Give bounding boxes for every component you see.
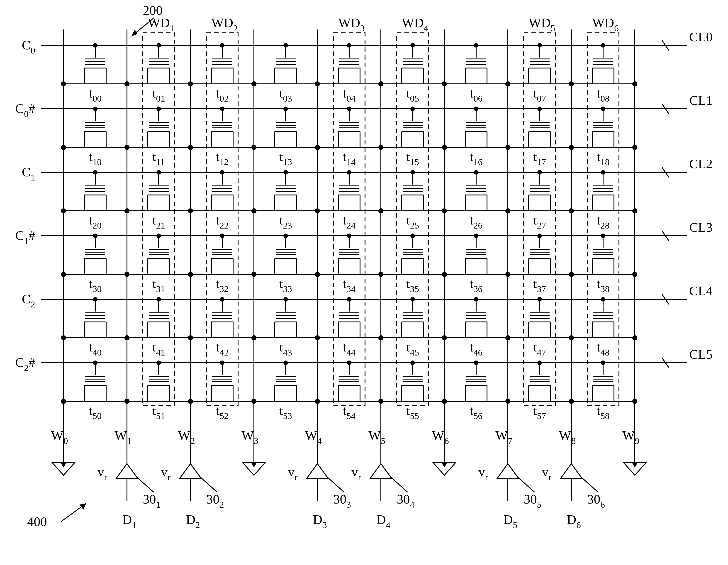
svg-text:306: 306	[587, 492, 605, 510]
svg-point-126	[505, 81, 510, 86]
svg-point-203	[378, 145, 383, 150]
svg-point-423	[505, 272, 510, 277]
svg-text:301: 301	[143, 492, 161, 510]
svg-text:t06: t06	[470, 86, 482, 104]
svg-text:t28: t28	[597, 213, 609, 231]
svg-point-104	[378, 81, 383, 86]
svg-line-677	[200, 477, 217, 492]
svg-point-636	[61, 145, 66, 150]
svg-text:t10: t10	[89, 149, 102, 167]
svg-text:vr: vr	[542, 464, 551, 482]
svg-text:D3: D3	[313, 512, 327, 530]
svg-point-258	[124, 208, 129, 213]
svg-text:t31: t31	[152, 276, 165, 294]
svg-text:t56: t56	[470, 403, 482, 421]
svg-text:C0#: C0#	[15, 101, 35, 119]
svg-text:t35: t35	[406, 276, 419, 294]
svg-line-697	[390, 477, 408, 492]
svg-text:t26: t26	[470, 213, 482, 231]
svg-text:t04: t04	[343, 86, 355, 104]
svg-text:t13: t13	[279, 149, 292, 167]
svg-point-390	[315, 272, 320, 277]
svg-point-71	[188, 81, 193, 86]
svg-text:t37: t37	[533, 276, 546, 294]
svg-marker-660	[131, 29, 137, 36]
svg-text:t25: t25	[406, 213, 419, 231]
circuit-diagram: CL0CL1CL2CL3CL4CL5C0C0#C1C1#C2C2#t00t01t…	[0, 0, 728, 565]
svg-point-610	[442, 399, 447, 404]
svg-point-637	[632, 145, 637, 150]
svg-line-689	[327, 477, 344, 492]
svg-text:t00: t00	[89, 86, 102, 104]
svg-point-599	[378, 399, 383, 404]
svg-text:C2: C2	[22, 292, 35, 309]
svg-text:t47: t47	[533, 340, 546, 358]
svg-point-291	[315, 208, 320, 213]
svg-point-644	[61, 399, 66, 404]
svg-point-511	[442, 335, 447, 340]
svg-text:t08: t08	[597, 86, 609, 104]
svg-point-412	[442, 272, 447, 277]
svg-text:CL1: CL1	[689, 93, 713, 108]
svg-text:D5: D5	[503, 512, 517, 530]
svg-line-709	[517, 477, 535, 492]
svg-text:t11: t11	[152, 149, 165, 167]
svg-text:D1: D1	[122, 512, 136, 530]
svg-point-181	[251, 145, 256, 150]
svg-text:t32: t32	[216, 276, 229, 294]
svg-point-170	[188, 145, 193, 150]
svg-text:CL5: CL5	[689, 347, 713, 362]
svg-text:C2#: C2#	[15, 355, 35, 373]
svg-text:t44: t44	[343, 340, 355, 358]
svg-text:WD1: WD1	[148, 15, 174, 33]
svg-line-669	[136, 477, 154, 492]
svg-marker-667	[116, 464, 138, 479]
svg-point-214	[442, 145, 447, 150]
svg-point-434	[569, 272, 574, 277]
svg-text:t23: t23	[279, 213, 292, 231]
svg-text:W9: W9	[622, 428, 639, 446]
svg-text:t42: t42	[216, 340, 229, 358]
svg-text:t05: t05	[406, 86, 419, 104]
svg-text:t40: t40	[89, 340, 102, 358]
svg-point-159	[124, 145, 129, 150]
svg-text:303: 303	[333, 492, 351, 510]
svg-point-456	[124, 335, 129, 340]
svg-point-566	[188, 399, 193, 404]
svg-point-555	[124, 399, 129, 404]
svg-text:W2: W2	[178, 428, 195, 446]
svg-text:200: 200	[143, 3, 163, 18]
svg-point-500	[378, 335, 383, 340]
svg-point-115	[442, 81, 447, 86]
svg-point-478	[251, 335, 256, 340]
svg-text:t07: t07	[533, 86, 546, 104]
svg-point-522	[505, 335, 510, 340]
svg-text:WD5: WD5	[529, 15, 555, 33]
svg-text:D6: D6	[567, 512, 581, 530]
svg-text:304: 304	[397, 492, 414, 510]
svg-text:t30: t30	[89, 276, 102, 294]
svg-point-640	[61, 272, 66, 277]
svg-point-577	[251, 399, 256, 404]
svg-point-643	[632, 335, 637, 340]
svg-point-225	[505, 145, 510, 150]
svg-marker-715	[560, 464, 582, 479]
svg-text:t38: t38	[597, 276, 609, 294]
svg-point-280	[251, 208, 256, 213]
svg-point-82	[251, 81, 256, 86]
svg-point-489	[315, 335, 320, 340]
svg-point-621	[505, 399, 510, 404]
svg-text:t16: t16	[470, 149, 482, 167]
svg-text:vr: vr	[351, 464, 361, 482]
svg-point-533	[569, 335, 574, 340]
svg-text:t15: t15	[406, 149, 419, 167]
svg-point-401	[378, 272, 383, 277]
svg-text:W5: W5	[368, 428, 385, 446]
svg-point-635	[632, 81, 637, 86]
svg-point-60	[124, 81, 129, 86]
svg-text:W8: W8	[559, 428, 576, 446]
svg-text:C1#: C1#	[15, 228, 35, 246]
svg-text:D2: D2	[186, 512, 200, 530]
svg-point-93	[315, 81, 320, 86]
svg-text:302: 302	[206, 492, 224, 510]
